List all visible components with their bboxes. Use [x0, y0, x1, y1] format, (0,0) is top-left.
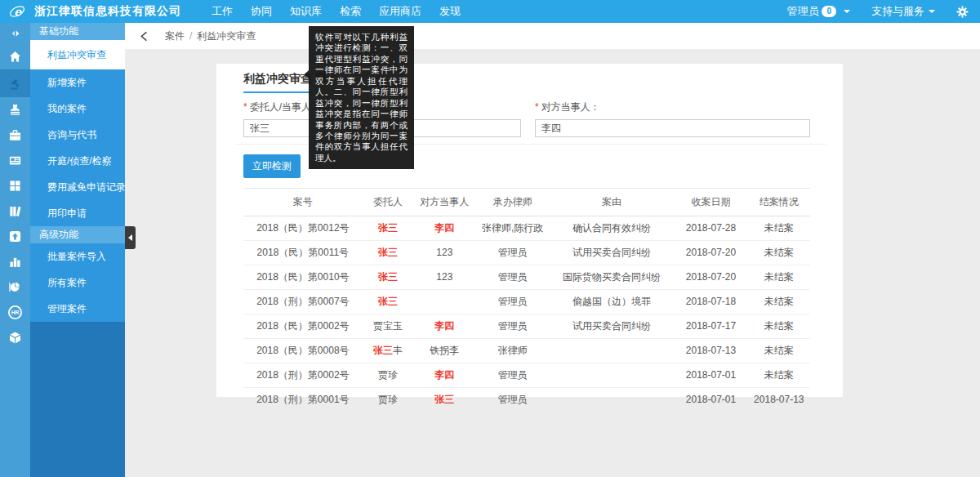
table-cell: 管理员: [476, 241, 550, 265]
opposing-party-input[interactable]: [535, 119, 810, 137]
table-cell: 国际货物买卖合同纠纷: [550, 265, 675, 290]
pie-chart-icon[interactable]: [0, 274, 30, 300]
tab-conflict-review[interactable]: 利益冲突审查: [243, 72, 312, 93]
company-logo-icon: e: [7, 2, 27, 21]
table-cell: 2018-07-01: [674, 388, 747, 412]
sidebar-menu: 基础功能利益冲突审查新增案件我的案件咨询与代书开庭/侦查/检察费用减免申请记录用…: [30, 23, 125, 477]
column-header-5: 案由: [550, 189, 675, 216]
support-label: 支持与服务: [871, 4, 924, 19]
nav-item-3[interactable]: 知识库: [281, 0, 331, 23]
breadcrumb-item-cases[interactable]: 案件: [165, 29, 185, 43]
sidebar-item-2[interactable]: 新增案件: [30, 69, 125, 96]
briefcase-icon[interactable]: [0, 123, 30, 148]
table-row[interactable]: 2018（民）第0002号贾宝玉李四管理员试用买卖合同纠纷2018-07-17未…: [243, 314, 810, 339]
bar-chart-icon[interactable]: [0, 249, 30, 274]
table-cell: [550, 388, 675, 412]
sidebar-item-3[interactable]: 我的案件: [30, 96, 125, 122]
sidebar-item-11[interactable]: 管理案件: [30, 296, 125, 322]
tooltip-arrow: [305, 70, 309, 78]
svg-text:HR: HR: [11, 310, 20, 315]
table-cell: 贾宝玉: [363, 314, 413, 339]
detect-now-button[interactable]: 立即检测: [243, 154, 301, 178]
nav-item-6[interactable]: 发现: [430, 0, 470, 23]
library-icon[interactable]: [0, 198, 30, 224]
table-cell: 张三: [363, 216, 413, 241]
table-cell: 李四: [413, 216, 475, 241]
sidebar-item-9[interactable]: 批量案件导入: [30, 243, 125, 270]
table-cell: 管理员: [476, 363, 550, 388]
table-row[interactable]: 2018（刑）第0002号贾珍李四管理员2018-07-01未结案: [243, 363, 810, 388]
breadcrumb-separator: /: [189, 30, 192, 42]
sidebar-item-10[interactable]: 所有案件: [30, 270, 125, 296]
user-menu[interactable]: 管理员 0: [786, 4, 850, 19]
table-row[interactable]: 2018（刑）第0007号张三管理员偷越国（边）境罪2018-07-18未结案: [243, 290, 810, 314]
nav-item-1[interactable]: 工作: [203, 0, 242, 23]
gavel-icon[interactable]: [0, 69, 30, 97]
sidebar-item-6[interactable]: 费用减免申请记录: [30, 174, 125, 200]
sidebar-item-7[interactable]: 用印申请: [30, 200, 125, 226]
nav-item-4[interactable]: 检索: [331, 0, 370, 23]
table-cell: 123: [413, 241, 475, 265]
table-cell: 管理员: [476, 265, 550, 290]
table-cell: 2018-07-18: [674, 290, 747, 314]
chevron-left-icon: [128, 234, 132, 241]
tooltip-text: 软件可对以下几种利益冲突进行检测：一、双重代理型利益冲突，同一律师在同一案件中为…: [315, 32, 408, 163]
collapse-arrows-icon[interactable]: [0, 23, 30, 44]
cube-icon[interactable]: [0, 325, 30, 350]
gear-icon[interactable]: [956, 6, 969, 18]
stamp-icon[interactable]: [0, 97, 30, 123]
table-cell: 张三: [363, 290, 413, 314]
breadcrumb-bar: 案件 / 利益冲突审查: [125, 23, 980, 49]
upload-box-icon[interactable]: [0, 224, 30, 249]
table-cell: [550, 339, 675, 363]
table-row[interactable]: 2018（刑）第0001号贾珍张三管理员2018-07-012018-07-13: [243, 388, 810, 412]
column-header-7: 结案情况: [748, 189, 810, 216]
table-cell: 张三: [413, 388, 475, 412]
hr-icon[interactable]: HR: [0, 300, 30, 325]
column-header-2: 委托人: [363, 189, 413, 216]
nav-item-2[interactable]: 协同: [242, 0, 281, 23]
table-cell: 张三丰: [363, 339, 413, 363]
svg-text:e: e: [14, 5, 22, 18]
table-cell: 2018（民）第0012号: [243, 216, 363, 241]
table-cell: 管理员: [476, 388, 550, 412]
app-rail: HR: [0, 23, 30, 477]
table-cell: 贾珍: [363, 388, 413, 412]
table-cell: 试用买卖合同纠纷: [550, 314, 675, 339]
table-cell: 铁拐李: [413, 339, 475, 363]
help-tooltip: 软件可对以下几种利益冲突进行检测：一、双重代理型利益冲突，同一律师在同一案件中为…: [309, 26, 414, 169]
table-cell: 2018（刑）第0007号: [243, 290, 363, 314]
table-cell: 2018（民）第0008号: [243, 339, 363, 363]
table-cell: 2018（刑）第0002号: [243, 363, 363, 388]
chevron-down-icon: [844, 10, 850, 13]
table-cell: 未结案: [748, 290, 810, 314]
table-row[interactable]: 2018（民）第0011号张三123管理员试用买卖合同纠纷2018-07-20未…: [243, 241, 810, 265]
table-cell: 管理员: [476, 314, 550, 339]
conflict-results-table: 案号委托人对方当事人承办律师案由收案日期结案情况 2018（民）第0012号张三…: [243, 188, 810, 412]
table-cell: 偷越国（边）境罪: [550, 290, 675, 314]
table-cell: 2018-07-20: [674, 241, 747, 265]
app-grid-icon[interactable]: [0, 173, 30, 198]
table-cell: 未结案: [748, 216, 810, 241]
home-icon[interactable]: [0, 44, 30, 69]
column-header-4: 承办律师: [476, 189, 550, 216]
table-cell: 2018（民）第0010号: [243, 265, 363, 290]
breadcrumb-item-current: 利益冲突审查: [197, 29, 256, 43]
sidebar-collapse-handle[interactable]: [125, 226, 136, 249]
sidebar-item-4[interactable]: 咨询与代书: [30, 122, 125, 148]
id-card-icon[interactable]: [0, 148, 30, 173]
sidebar-item-5[interactable]: 开庭/侦查/检察: [30, 148, 125, 174]
table-cell: 张律师,陈行政: [476, 216, 550, 241]
column-header-3: 对方当事人: [413, 189, 475, 216]
table-cell: 未结案: [748, 363, 810, 388]
support-menu[interactable]: 支持与服务: [871, 4, 935, 19]
nav-item-5[interactable]: 应用商店: [370, 0, 430, 23]
table-cell: [550, 363, 675, 388]
table-row[interactable]: 2018（民）第0008号张三丰铁拐李张律师2018-07-13未结案: [243, 339, 810, 363]
table-row[interactable]: 2018（民）第0010号张三123管理员国际货物买卖合同纠纷2018-07-2…: [243, 265, 810, 290]
table-row[interactable]: 2018（民）第0012号张三李四张律师,陈行政确认合同有效纠纷2018-07-…: [243, 216, 810, 241]
table-cell: 未结案: [748, 241, 810, 265]
sidebar-item-1[interactable]: 利益冲突审查: [30, 40, 125, 69]
back-chevron-icon[interactable]: [139, 30, 151, 42]
table-cell: 2018（民）第0002号: [243, 314, 363, 339]
